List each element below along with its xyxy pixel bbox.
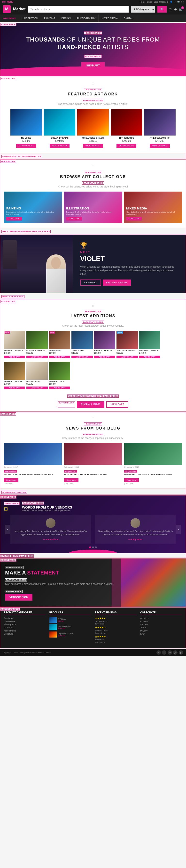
footer-cat-sculpture[interactable]: Sculpture bbox=[4, 633, 46, 635]
blog-link-2[interactable]: [Link Post] bbox=[64, 483, 122, 485]
footer-corp-about[interactable]: About Us bbox=[140, 617, 182, 619]
footer-cat-illustrations[interactable]: Illustrations bbox=[4, 620, 46, 623]
testimonials-prev-btn[interactable]: ‹ bbox=[5, 525, 10, 534]
search-category-select[interactable]: All Categories Painting Illustration Pho… bbox=[131, 6, 155, 12]
blog-read-more-2[interactable]: Read More bbox=[64, 478, 79, 482]
top-menu-icon-facebook[interactable]: f bbox=[181, 1, 182, 3]
top-menu-link-shop[interactable]: Shop bbox=[147, 1, 152, 3]
social-pinterest-icon[interactable]: p bbox=[179, 650, 183, 655]
search-input[interactable] bbox=[28, 6, 129, 12]
top-menu-icon-heart[interactable]: ♡ bbox=[174, 1, 176, 3]
dot-2[interactable] bbox=[92, 547, 94, 548]
social-linkedin-icon[interactable]: in bbox=[167, 650, 172, 655]
footer-corp-contact[interactable]: Contact bbox=[140, 620, 182, 623]
footer-cat-digital[interactable]: Digital Art bbox=[4, 626, 46, 629]
menu-item-illustration[interactable]: ILLUSTRATION bbox=[18, 14, 41, 22]
blog-link-3[interactable]: [Link Post] bbox=[124, 483, 182, 485]
dot-1[interactable] bbox=[89, 547, 91, 548]
heading-block-label: HEADING BLOCK bbox=[84, 31, 102, 35]
top-menu-icon-twitter[interactable]: t bbox=[183, 1, 184, 3]
add-cart-4[interactable]: ADD TO CART bbox=[72, 355, 93, 358]
footer-product-price-2: $240.00 bbox=[58, 627, 71, 629]
menu-item-mixed-media[interactable]: MIXED-MEDIA bbox=[99, 14, 121, 22]
badge-new-1: NEW bbox=[5, 332, 10, 334]
add-cart-3[interactable]: ADD TO CART bbox=[49, 355, 70, 358]
footer-corp-faq[interactable]: FAQ bbox=[140, 633, 182, 635]
top-menu-link-checkout[interactable]: Checkout bbox=[159, 1, 168, 3]
blog-read-more-3[interactable]: Read More bbox=[124, 478, 139, 482]
add-cart-2[interactable]: ADD TO CART bbox=[26, 355, 48, 358]
footer-product-3: Organized Chaos $380.00 bbox=[49, 631, 91, 638]
add-cart-1[interactable]: ADD TO CART bbox=[4, 355, 25, 358]
footer-corp-privacy[interactable]: Privacy bbox=[140, 629, 182, 632]
violet-view-work-btn[interactable]: VIEW WORK bbox=[80, 280, 101, 286]
top-menu-link-home[interactable]: Home bbox=[140, 1, 145, 3]
search-button[interactable]: 🔍 bbox=[157, 6, 167, 12]
top-menu-icon-instagram[interactable]: 📷 bbox=[177, 1, 180, 3]
menu-item-photography[interactable]: PHOTOGRAPHY bbox=[74, 14, 99, 22]
menu-item-design[interactable]: DESIGN bbox=[58, 14, 74, 22]
view-cart-btn[interactable]: VIEW CART bbox=[106, 401, 128, 408]
footer-cat-photographs[interactable]: Photographs bbox=[4, 623, 46, 626]
shop-all-items-btn[interactable]: SHOP ALL ITEMS bbox=[77, 401, 104, 408]
product-image-in-the-blood bbox=[111, 109, 142, 135]
menu-item-painting[interactable]: PAINTING bbox=[41, 14, 58, 22]
collection-painting-btn[interactable]: SHOP NOW bbox=[6, 217, 22, 221]
violet-become-vendor-btn[interactable]: BECOME A VENDOR bbox=[103, 280, 131, 286]
product-name-in-the-blood: IN THE BLOOD bbox=[111, 137, 142, 139]
latest-price-10: $65.00 bbox=[49, 383, 70, 385]
view-product-ny-lines[interactable]: VIEW PRODUCT bbox=[16, 144, 36, 148]
collection-illustration-btn[interactable]: SHOP NOW bbox=[66, 217, 82, 221]
footer-review-2: ★★★★☆ Beautiful piece. Sarah Brown bbox=[95, 626, 137, 634]
add-cart-5[interactable]: ADD TO CART bbox=[94, 355, 115, 358]
footer-cat-paintings[interactable]: Paintings bbox=[4, 617, 46, 619]
vendor-sign-btn[interactable]: VENDOR SIGN bbox=[5, 594, 32, 600]
blog-image-label: IMAGE BLOCK bbox=[0, 412, 16, 415]
add-cart-9[interactable]: ADD TO CART bbox=[26, 386, 48, 389]
product-image-organized-chaos bbox=[77, 109, 109, 135]
site-logo[interactable]: M bbox=[3, 5, 11, 13]
featured-title: FEATURED ARTWORK bbox=[4, 92, 182, 96]
view-product-in-the-blood[interactable]: VIEW PRODUCT bbox=[116, 144, 136, 148]
collection-mixed-info: MIXED MEDIA View distinctive artwork cre… bbox=[126, 207, 180, 221]
social-googleplus-icon[interactable]: g+ bbox=[173, 650, 178, 655]
blog-read-more-1[interactable]: Read More bbox=[4, 478, 19, 482]
add-cart-6[interactable]: ADD TO CART bbox=[116, 355, 138, 358]
footer-cat-mixed[interactable]: Mixed Media bbox=[4, 629, 46, 632]
testimonials-inner: IMAGE BLOCK ◻ PARAGRAPH BLOCK WORDS FROM… bbox=[0, 495, 186, 553]
footer-corp-terms[interactable]: Terms bbox=[140, 626, 182, 629]
view-product-the-fellowship[interactable]: VIEW PRODUCT bbox=[150, 144, 170, 148]
social-facebook-icon[interactable]: f bbox=[156, 650, 161, 655]
blog-post-sell: February 3, 2018 Blog Featured HOW TO SE… bbox=[64, 443, 122, 485]
menu-item-digital[interactable]: DIGITAL bbox=[121, 14, 136, 22]
view-product-organized-chaos[interactable]: VIEW PRODUCT bbox=[83, 144, 103, 148]
site-logo-text: Market bbox=[13, 7, 26, 11]
testimonials-subtitle: Unique Theme-created stories. Their expe… bbox=[22, 509, 72, 512]
collection-mixed-btn[interactable]: SHOP NOW bbox=[126, 217, 142, 221]
view-product-ocean-dreams[interactable]: VIEW PRODUCT bbox=[50, 144, 70, 148]
footer-review-1: ★★★★★ Great artwork! John Smith bbox=[95, 617, 137, 625]
compare-icon[interactable]: ⊕ bbox=[174, 7, 177, 11]
wishlist-icon[interactable]: ♡ bbox=[169, 7, 172, 11]
blog-link-1[interactable]: [Link Post] bbox=[4, 483, 62, 485]
collections-title: BROWSE ART COLLECTIONS bbox=[4, 175, 182, 179]
testimonials-next-btn[interactable]: › bbox=[176, 525, 181, 534]
add-cart-10[interactable]: ADD TO CART bbox=[49, 386, 70, 389]
dot-3[interactable] bbox=[95, 547, 97, 548]
shop-art-button[interactable]: SHOP ART bbox=[81, 62, 105, 69]
latest-img-cliffside bbox=[26, 331, 48, 349]
top-menu-right: Home Shop Cart Checkout 👤 ♡ 📷 f t bbox=[140, 1, 184, 3]
collections-icon: ◻ bbox=[4, 164, 182, 168]
footer-corp-vendors[interactable]: Vendors bbox=[140, 623, 182, 626]
add-cart-7[interactable]: ADD TO CART bbox=[139, 355, 160, 358]
top-menu-icon-user[interactable]: 👤 bbox=[170, 1, 172, 3]
cart-icon[interactable]: 🛒0 bbox=[179, 7, 183, 11]
social-twitter-icon[interactable]: t bbox=[162, 650, 166, 655]
footer-bottom-bar: Copyright © 2017 · All Rights Reserved ·… bbox=[0, 649, 186, 656]
add-cart-8[interactable]: ADD TO CART bbox=[4, 386, 25, 389]
footer-review-stars-3: ★★★★★ bbox=[95, 636, 106, 638]
footer-product-img-1 bbox=[49, 617, 57, 623]
top-menu-label: TOP MENU bbox=[2, 1, 13, 3]
cart-count-badge: 0 bbox=[181, 6, 184, 9]
top-menu-link-cart[interactable]: Cart bbox=[154, 1, 158, 3]
